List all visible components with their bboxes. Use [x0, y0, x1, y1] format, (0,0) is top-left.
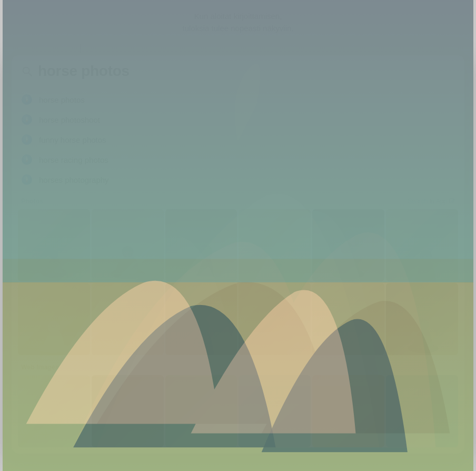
svg-rect-58 — [386, 375, 458, 447]
web-images-grid — [12, 373, 464, 452]
spotlight-panel: horse photos horse photoshoot — [12, 55, 464, 454]
web-image-6[interactable] — [386, 375, 458, 447]
